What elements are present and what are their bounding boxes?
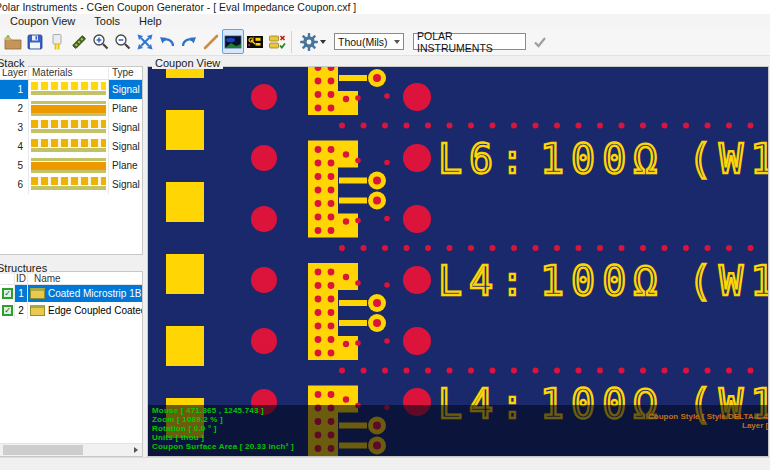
material-plane-bar — [31, 101, 106, 116]
toolbar-separator — [291, 31, 292, 53]
toolbar: Thou(Mils) POLAR INSTRUMENTS — [0, 28, 770, 56]
floppy-disk-icon — [26, 33, 44, 51]
trace-label-L4: L4: 100Ω (W1 — [438, 258, 769, 304]
stack-panel-title: Stack — [0, 57, 28, 69]
validate-button[interactable] — [266, 29, 288, 54]
zoom-fit-icon — [136, 33, 154, 51]
window-bottom-strip — [0, 457, 770, 470]
redo-arrow-icon — [180, 33, 198, 51]
table-row-layer-3[interactable]: 3 Signal — [0, 118, 142, 137]
structure-icon — [30, 305, 45, 316]
status-units: Units [ thou ] — [152, 433, 204, 442]
coupon-text-input[interactable]: POLAR INSTRUMENTS — [413, 33, 526, 50]
scrollbar-thumb[interactable] — [3, 445, 83, 455]
coupon-text-value: POLAR INSTRUMENTS — [417, 30, 525, 54]
gear-dropdown-caret — [320, 40, 326, 44]
material-plane-bar — [31, 158, 106, 173]
open-folder-icon — [4, 33, 22, 51]
structure-checkbox[interactable]: ✓ — [2, 288, 13, 299]
structure-checkbox[interactable]: ✓ — [2, 305, 13, 316]
zoom-in-icon — [92, 33, 110, 51]
status-zoom: Zoom [ 1089.2 % ] — [152, 415, 223, 424]
menu-help[interactable]: Help — [131, 14, 170, 28]
undo-arrow-icon — [158, 33, 176, 51]
status-coupon-style: Coupon Style [ Style DELTA-L 4 — [648, 412, 768, 421]
menu-coupon-view[interactable]: Coupon View — [2, 14, 83, 28]
trace-line-icon — [202, 33, 220, 51]
apply-check-icon[interactable] — [532, 34, 548, 50]
horizontal-scrollbar[interactable] — [0, 443, 142, 456]
save-button[interactable] — [24, 29, 46, 54]
status-overlay: Mouse [ 471.365 , 1245.743 ] Zoom [ 1089… — [148, 405, 769, 457]
artwork-view-icon — [246, 33, 264, 51]
table-row-layer-4[interactable]: 4 Signal — [0, 137, 142, 156]
svg-text:L4:: L4: — [438, 258, 531, 304]
zoom-fit-button[interactable] — [134, 29, 156, 54]
menu-bar: Coupon View Tools Help — [0, 14, 770, 28]
artwork-view-button[interactable] — [244, 29, 266, 54]
menu-tools[interactable]: Tools — [86, 14, 128, 28]
component-button[interactable] — [46, 29, 68, 54]
redo-button[interactable] — [178, 29, 200, 54]
table-row-layer-1[interactable]: 1 Signal — [0, 80, 142, 99]
pcb-board-graphic: L6: 100Ω (W1 L4: 100Ω (W1 L4: 100Ω (W1 — [148, 67, 769, 457]
svg-text:L6:: L6: — [438, 136, 531, 182]
structure-icon — [30, 288, 45, 299]
undo-button[interactable] — [156, 29, 178, 54]
trace-label-L6: L6: 100Ω (W1 — [438, 136, 769, 182]
scroll-right-arrow[interactable] — [129, 444, 142, 456]
app-window: Polar Instruments - CGen Coupon Generato… — [0, 0, 770, 470]
table-row-layer-6[interactable]: 6 Signal — [0, 175, 142, 194]
status-rotation: Rotation [ 0.0 ° ] — [152, 424, 217, 433]
zoom-out-icon — [114, 33, 132, 51]
status-mouse: Mouse [ 471.365 , 1245.743 ] — [152, 406, 264, 415]
validate-icon — [268, 33, 286, 51]
zoom-in-button[interactable] — [90, 29, 112, 54]
column-header-materials: Materials — [29, 67, 109, 79]
svg-text:100Ω: 100Ω — [540, 136, 664, 182]
title-bar: Polar Instruments - CGen Coupon Generato… — [0, 0, 770, 14]
svg-text:(W1: (W1 — [688, 136, 769, 182]
material-signal-bar — [31, 177, 106, 190]
column-header-type: Type — [109, 67, 142, 79]
material-signal-bar — [31, 139, 106, 152]
photo-view-icon — [224, 33, 242, 51]
status-layer: Layer [ 1 ] — [742, 421, 769, 430]
settings-gear-button[interactable] — [296, 29, 328, 54]
scroll-left-arrow[interactable] — [0, 444, 2, 456]
list-item-structure-1[interactable]: ✓ 1 Coated Microstrip 1B — [0, 285, 142, 302]
units-dropdown-value: Thou(Mils) — [338, 36, 388, 48]
stack-panel: Layer Materials Type 1 Signal 2 Plane 3 … — [0, 66, 143, 255]
photo-view-button[interactable] — [222, 29, 244, 54]
coupon-view-title: Coupon View — [152, 57, 223, 69]
svg-text:(W1: (W1 — [688, 258, 769, 304]
pcb-stick-icon — [70, 33, 88, 51]
material-signal-bar — [31, 120, 106, 133]
status-area: Coupon Surface Area [ 20.33 inch² ] — [152, 442, 294, 451]
units-dropdown[interactable]: Thou(Mils) — [334, 33, 404, 50]
coupon-canvas[interactable]: L6: 100Ω (W1 L4: 100Ω (W1 L4: 100Ω (W1 M… — [147, 66, 769, 457]
pcb-stick-button[interactable] — [68, 29, 90, 54]
structures-panel-title: Structures — [0, 262, 50, 274]
zoom-out-button[interactable] — [112, 29, 134, 54]
svg-text:100Ω: 100Ω — [540, 258, 664, 304]
table-row-layer-2[interactable]: 2 Plane — [0, 99, 142, 118]
window-title: Polar Instruments - CGen Coupon Generato… — [0, 1, 356, 13]
structures-panel: ID Name ✓ 1 Coated Microstrip 1B ✓ 2 Edg… — [0, 271, 143, 457]
gear-icon — [299, 32, 319, 52]
connector-component-icon — [48, 33, 66, 51]
chevron-down-icon — [394, 40, 400, 44]
open-file-button[interactable] — [2, 29, 24, 54]
draw-trace-button[interactable] — [200, 29, 222, 54]
material-signal-bar — [31, 82, 106, 95]
list-item-structure-2[interactable]: ✓ 2 Edge Coupled Coated Microstrip 1B — [0, 302, 142, 319]
table-row-layer-5[interactable]: 5 Plane — [0, 156, 142, 175]
